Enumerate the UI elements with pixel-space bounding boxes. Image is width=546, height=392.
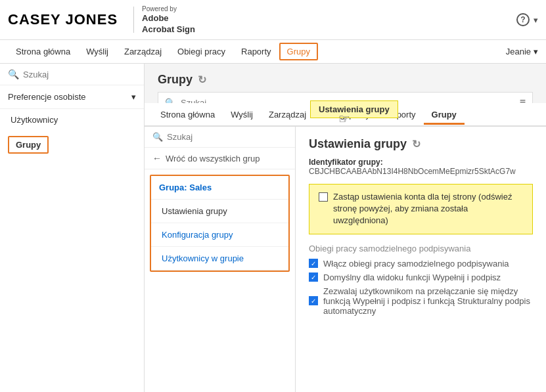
sidebar-groups-badge: Grupy [8,136,49,154]
nav-send[interactable]: Wyślij [78,41,116,62]
checkbox-row-3: ✓ Zezwalaj użytkownikom na przełączanie … [309,286,533,316]
settings-refresh-icon[interactable]: ↻ [412,138,421,150]
settings-overlay: Strona główna Wyślij Zarządzaj Obiegi pr… [145,103,546,392]
brand-divider [133,7,134,33]
left-sidebar: 🔍 Preferencje osobiste ▾ Użytkownicy Gru… [0,64,145,392]
checkbox-2-label: Domyślny dla widoku funkcji Wypełnij i p… [323,272,501,282]
top-header: CASEY JONES Powered by AdobeAcrobat Sign… [0,0,546,40]
prefs-chevron: ▾ [131,92,136,102]
help-icon[interactable]: ? [516,13,530,26]
settings-search-wrapper: 🔍 [145,127,295,148]
group-id-label: Identyfikator grupy: [309,158,383,167]
checkbox-1-label: Włącz obiegi pracy samodzielnego podpisy… [323,259,509,269]
settings-right-panel: Ustawienia grupy ↻ Identyfikator grupy: … [296,127,546,392]
user-menu[interactable]: Jeanie ▾ [506,47,538,56]
sales-group-item-settings[interactable]: Ustawienia grupy [151,200,288,223]
settings-title: Ustawienia grupy ↻ [309,137,533,151]
settings-search-icon: 🔍 [152,132,163,142]
help-wrapper[interactable]: ? ▾ [516,13,538,26]
sidebar-search-wrapper: 🔍 [0,64,144,85]
nav2-home[interactable]: Strona główna [152,104,223,125]
nav2-manage[interactable]: Zarządzaj [261,104,314,125]
nav2-send[interactable]: Wyślij [223,104,261,125]
checkbox-2[interactable]: ✓ [309,272,318,282]
nav-home[interactable]: Strona główna [8,41,78,62]
sidebar-search-input[interactable] [23,70,136,79]
user-chevron: ▾ [534,47,538,56]
sidebar-groups[interactable]: Grupy [0,131,144,159]
groups-refresh-icon[interactable]: ↻ [198,74,206,86]
powered-text-line2: AdobeAcrobat Sign [142,13,195,35]
sidebar-users[interactable]: Użytkownicy [0,109,144,131]
groups-title: Grupy [158,73,193,87]
top-navigation: Strona główna Wyślij Zarządzaj Obiegi pr… [0,40,546,64]
sales-group-section: Grupa: Sales Ustawienia grupy Konfigurac… [150,175,290,272]
checkbox-row-1: ✓ Włącz obiegi pracy samodzielnego podpi… [309,259,533,269]
nav-groups[interactable]: Grupy [279,43,318,60]
main-content: Grupy ↻ 🔍 ≡ Ustawienia grupy ☞ Legal Tra… [145,64,546,392]
checkbox-1[interactable]: ✓ [309,259,318,268]
checkbox-3-label: Zezwalaj użytkownikom na przełączanie si… [323,286,533,316]
nav-manage[interactable]: Zarządzaj [116,41,170,62]
sidebar-prefs-label: Preferencje osobiste [8,92,86,102]
nav2-groups[interactable]: Grupy [424,104,465,125]
brand-logo: CASEY JONES [8,11,125,28]
sales-group-header[interactable]: Grupa: Sales [151,176,288,200]
tooltip-label: Ustawienia grupy [319,104,390,114]
checkbox-row-2: ✓ Domyślny dla widoku funkcji Wypełnij i… [309,272,533,282]
group-id-value: CBJCHBCAABAAbN13I4H8NbOcemMeEpmizr5SktAc… [309,167,516,176]
help-chevron: ▾ [534,15,538,25]
powered-text-line1: Powered by [142,5,195,13]
override-text: Zastąp ustawienia konta dla tej strony (… [333,191,523,227]
back-to-groups[interactable]: ← Wróć do wszystkich grup [145,148,295,169]
settings-left-panel: 🔍 ← Wróć do wszystkich grup Grupa: Sales… [145,127,296,392]
sales-group-item-users[interactable]: Użytkownicy w grupie [151,247,288,271]
sidebar-prefs[interactable]: Preferencje osobiste ▾ [0,85,144,109]
sidebar-search-icon: 🔍 [8,69,19,79]
sales-group-item-config[interactable]: Konfiguracja grupy [151,223,288,247]
main-layout: 🔍 Preferencje osobiste ▾ Użytkownicy Gru… [0,64,546,392]
back-label: Wróć do wszystkich grup [166,154,260,163]
settings-body: 🔍 ← Wróć do wszystkich grup Grupa: Sales… [145,127,546,392]
tooltip-popup[interactable]: Ustawienia grupy [310,100,398,118]
groups-page-header: Grupy ↻ [145,64,546,92]
override-box: Zastąp ustawienia konta dla tej strony (… [309,184,533,234]
self-sign-label: Obiegi pracy samodzielnego podpisywania [309,244,533,253]
nav-reports[interactable]: Raporty [233,41,279,62]
nav-workflows[interactable]: Obiegi pracy [170,41,233,62]
settings-title-text: Ustawienia grupy [309,137,407,151]
override-checkbox[interactable] [319,192,328,202]
checkbox-3[interactable]: ✓ [309,296,318,305]
back-arrow-icon: ← [152,153,162,163]
group-id-row: Identyfikator grupy: CBJCHBCAABAAbN13I4H… [309,158,533,176]
settings-search-input[interactable] [167,132,287,142]
powered-by: Powered by AdobeAcrobat Sign [142,5,195,35]
user-name: Jeanie [506,47,531,56]
